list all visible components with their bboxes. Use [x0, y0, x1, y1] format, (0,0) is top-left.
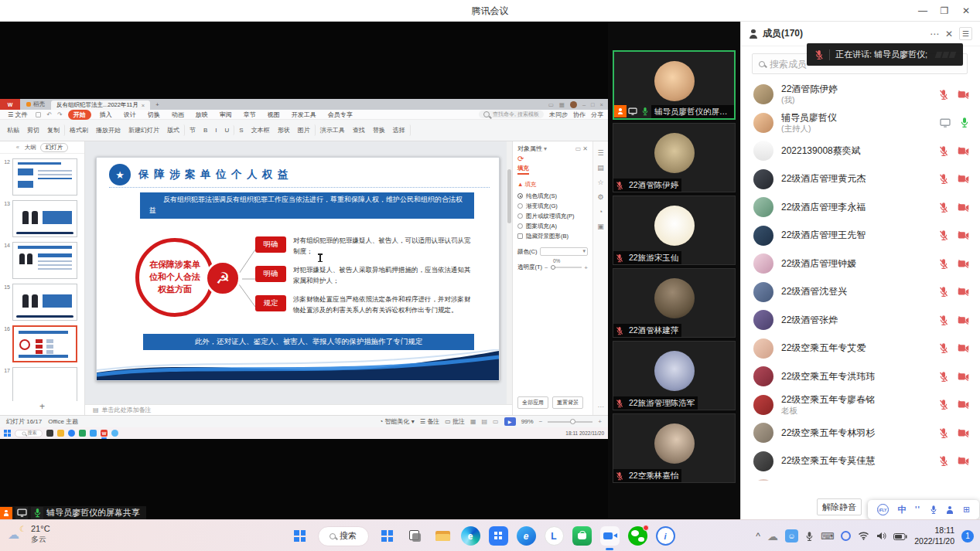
member-name: 22级空乘五年专林羽杉 — [781, 427, 931, 439]
close-button[interactable]: ✕ — [955, 5, 977, 16]
slide-thumbnail — [12, 158, 77, 196]
unmute-button[interactable]: 解除静音 — [817, 498, 862, 515]
video-tile[interactable]: 22酒管陈伊婷 — [613, 123, 736, 192]
22级空乘五年专廖春铭-icon[interactable]: 22级空乘五年专廖春铭 老板 — [741, 391, 980, 420]
ifly-logo-icon[interactable]: iFLY — [877, 504, 889, 515]
screenshare-icon[interactable] — [940, 118, 951, 128]
mic-muted-icon[interactable] — [939, 230, 948, 241]
minimize-button[interactable]: — — [912, 5, 934, 16]
辅导员廖哲仪-icon[interactable]: 辅导员廖哲仪 (主持人) — [741, 109, 980, 138]
mic-muted-icon[interactable] — [939, 455, 948, 467]
mic-muted-icon[interactable] — [939, 173, 948, 185]
camera-muted-icon[interactable] — [958, 400, 969, 409]
mic-muted-icon[interactable] — [939, 258, 948, 270]
camera-muted-icon[interactable] — [958, 287, 969, 296]
mic-muted-icon[interactable] — [939, 399, 948, 410]
mic-muted-icon[interactable] — [939, 286, 948, 298]
battery-icon[interactable] — [893, 529, 907, 543]
slide-thumbnail — [12, 367, 77, 401]
video-tile[interactable]: 22旅游宋玉仙 — [613, 196, 736, 265]
camera-muted-icon[interactable] — [958, 429, 969, 437]
22级酒店管理黄元杰-icon[interactable]: 22级酒店管理黄元杰 — [741, 165, 980, 194]
volume-icon[interactable] — [876, 529, 886, 543]
cloud-icon[interactable]: ☁ — [767, 530, 778, 542]
camera-muted-icon[interactable] — [958, 344, 969, 352]
22级酒管张烨-icon[interactable]: 22级酒管张烨 — [741, 306, 980, 335]
camera-muted-icon[interactable] — [958, 260, 969, 268]
video-tile[interactable]: 22空乘林嘉怡 — [613, 413, 736, 483]
ime-voice-icon[interactable] — [930, 505, 937, 515]
wifi-icon[interactable] — [858, 529, 869, 543]
mic-muted-icon[interactable] — [939, 202, 948, 213]
weather-widget[interactable]: ☾☁ 21°C 多云 — [8, 524, 50, 544]
beautify-button: ◔ 智能美化 ▾ — [379, 417, 414, 426]
mic-muted-icon — [613, 396, 626, 410]
mic-muted-icon[interactable] — [939, 89, 948, 100]
close-panel-icon[interactable]: ✕ — [945, 29, 953, 39]
more-options-icon[interactable]: ⋯ — [930, 29, 939, 39]
maximize-button[interactable]: ❐ — [934, 5, 955, 16]
video-tile[interactable]: 22旅游管理陈浩军 — [613, 341, 736, 410]
video-tile[interactable]: 22酒管林建萍 — [613, 268, 736, 338]
22级酒店管理王先智-icon[interactable]: 22级酒店管理王先智 — [741, 222, 980, 250]
camera-muted-icon[interactable] — [958, 372, 969, 381]
22级空乘五年专艾爱-icon[interactable]: 22级空乘五年专艾爱 — [741, 335, 980, 363]
participant-name: 22酒管陈伊婷 — [626, 179, 681, 192]
share-label-text: 辅导员廖哲仪的屏幕共享 — [46, 507, 140, 519]
2022139008蔡奕斌-icon[interactable]: 2022139008蔡奕斌 — [741, 137, 980, 165]
ime-account-icon[interactable] — [946, 506, 954, 514]
tile-label: 辅导员廖哲仪的屏幕共享 — [614, 105, 734, 118]
decor-shape — [32, 211, 38, 224]
22酒管陈伊婷-icon[interactable]: 22酒管陈伊婷 (我) — [741, 80, 980, 109]
docer-tab: 稻壳 — [20, 99, 51, 110]
mic-muted-icon[interactable] — [939, 427, 948, 439]
ifly-icon[interactable]: i — [656, 526, 675, 546]
appstore-icon[interactable] — [572, 526, 592, 546]
store-icon[interactable] — [489, 526, 508, 546]
ime-punctuation-icon[interactable]: '' — [915, 505, 920, 514]
tray-expand-icon[interactable]: ^ — [756, 531, 760, 542]
mic-tray-icon[interactable] — [805, 531, 814, 542]
22级空乘五年专莫佳慧-icon[interactable]: 22级空乘五年专莫佳慧 — [741, 447, 980, 476]
meeting-tray-icon[interactable]: ☺ — [785, 529, 798, 542]
camera-muted-icon[interactable] — [958, 457, 969, 465]
ime-tray-icon[interactable]: ⌨ — [821, 531, 834, 542]
22级酒管沈登兴-icon[interactable]: 22级酒管沈登兴 — [741, 278, 980, 307]
22级空乘五年专洪玮玮-icon[interactable]: 22级空乘五年专洪玮玮 — [741, 362, 980, 391]
ribbon-button: 查找 — [350, 124, 368, 136]
mic-muted-icon[interactable] — [939, 315, 948, 326]
ifly-tray-icon[interactable] — [841, 531, 851, 541]
camera-muted-icon[interactable] — [958, 316, 969, 325]
camera-muted-icon[interactable] — [958, 231, 969, 240]
browser-icon[interactable]: e — [517, 526, 536, 546]
ime-panel-icon[interactable]: ⊞ — [963, 505, 970, 515]
mic-on-icon[interactable] — [960, 117, 969, 128]
video-tile[interactable]: 辅导员廖哲仪的屏幕共享 — [613, 50, 736, 120]
clock[interactable]: 18:11 2022/11/20 — [914, 525, 954, 546]
windows-start-icon[interactable] — [290, 526, 309, 546]
wechat-icon[interactable] — [628, 526, 647, 546]
22级空乘五年专瞿晨颖-icon[interactable]: 22级空乘五年专瞿晨颖 — [741, 475, 980, 481]
layout-toggle-icon[interactable]: ☰ — [959, 27, 972, 40]
lenovo-icon[interactable]: L — [545, 526, 564, 546]
camera-muted-icon[interactable] — [958, 175, 969, 183]
camera-muted-icon[interactable] — [958, 203, 969, 212]
meeting-icon[interactable] — [600, 526, 620, 546]
decor-shape — [18, 168, 33, 175]
22级空乘五年专林羽杉-icon[interactable]: 22级空乘五年专林羽杉 — [741, 419, 980, 447]
camera-muted-icon[interactable] — [958, 147, 969, 155]
taskview-icon[interactable] — [405, 526, 425, 546]
taskbar-search[interactable]: 搜索 — [318, 526, 369, 546]
windows-icon[interactable] — [377, 526, 397, 546]
22级酒店管理钟嫒-icon[interactable]: 22级酒店管理钟嫒 — [741, 250, 980, 278]
mic-muted-icon[interactable] — [939, 342, 948, 354]
ime-language-toggle[interactable]: 中 — [897, 504, 906, 515]
notification-count-badge[interactable]: 1 — [961, 530, 974, 542]
edge-icon[interactable]: e — [461, 526, 480, 546]
explorer-icon[interactable] — [433, 526, 452, 546]
22级酒店管理李永福-icon[interactable]: 22级酒店管理李永福 — [741, 193, 980, 222]
mic-muted-icon[interactable] — [939, 145, 948, 157]
muted-status-icons — [939, 342, 969, 354]
mic-muted-icon[interactable] — [939, 371, 948, 383]
camera-muted-icon[interactable] — [958, 90, 969, 99]
